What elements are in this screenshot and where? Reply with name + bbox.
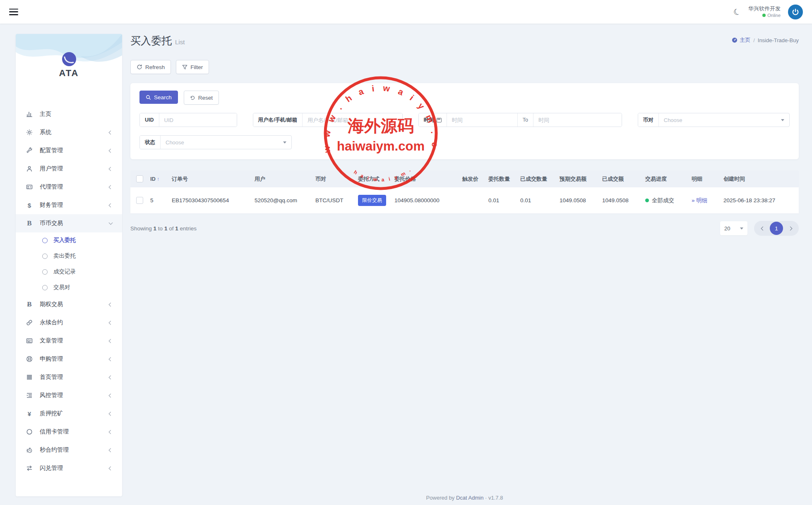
- sidebar-item-home[interactable]: 主页: [16, 105, 122, 123]
- select-all-checkbox[interactable]: [136, 175, 143, 182]
- header-id[interactable]: ID↑: [149, 176, 170, 182]
- dark-mode-toggle-icon[interactable]: ☾: [732, 7, 742, 17]
- calendar-icon: [437, 118, 442, 122]
- circle-bullet-icon: [42, 238, 48, 243]
- time-from-input[interactable]: [447, 113, 517, 127]
- sidebar-item-articles[interactable]: 文章管理: [16, 332, 122, 350]
- bold-b-icon: B: [26, 220, 33, 227]
- refresh-button[interactable]: Refresh: [130, 60, 171, 74]
- reset-button[interactable]: Reset: [184, 91, 219, 105]
- gear-icon: [26, 129, 33, 136]
- uid-filter-group: UID: [139, 113, 237, 127]
- pagination: 1: [754, 221, 799, 236]
- main-content: 买入委托 List 主页 / Inside-Trade-Buy Refresh …: [130, 34, 799, 236]
- cell-expected-total: 1049.0508: [558, 197, 601, 203]
- user-name: 华兴软件开发: [748, 5, 781, 12]
- sidebar-item-subscription[interactable]: 申购管理: [16, 350, 122, 368]
- sidebar-item-trade-pairs[interactable]: 交易对: [16, 280, 122, 295]
- chevron-left-icon: [109, 302, 113, 306]
- next-page-button[interactable]: [784, 222, 796, 235]
- wrench-icon: [26, 147, 33, 154]
- sidebar-item-buy-orders[interactable]: 买入委托: [16, 232, 122, 248]
- sidebar-item-finance[interactable]: $ 财务管理: [16, 196, 122, 214]
- sidebar-item-options-trade[interactable]: Ƀ 期权交易: [16, 295, 122, 314]
- uid-input[interactable]: [159, 113, 237, 127]
- caret-down-icon: [781, 119, 784, 121]
- method-badge: 限价交易: [358, 195, 386, 206]
- circle-bullet-icon: [42, 254, 48, 259]
- sidebar-item-sell-orders[interactable]: 卖出委托: [16, 248, 122, 264]
- power-icon: [791, 8, 800, 16]
- user-filter-input[interactable]: [303, 113, 402, 127]
- sidebar-item-users[interactable]: 用户管理: [16, 160, 122, 178]
- top-navbar: ☾ 华兴软件开发 Online: [0, 0, 812, 24]
- chart-bar-icon: [26, 110, 33, 118]
- row-checkbox[interactable]: [136, 197, 143, 204]
- prev-page-button[interactable]: [757, 222, 769, 235]
- to-label: To: [517, 113, 533, 127]
- page-footer: Powered by Dcat Admin · v1.7.8: [130, 495, 799, 501]
- dashboard-icon: [732, 37, 738, 43]
- chevron-left-icon: [761, 226, 765, 230]
- cell-amount: 0.01: [487, 197, 519, 203]
- breadcrumb-home-link[interactable]: 主页: [732, 36, 750, 44]
- orders-table: ID↑ 订单号 用户 币对 委托方式 委托价格 触发价 委托数量 已成交数量 预…: [130, 170, 799, 213]
- chevron-left-icon: [109, 430, 113, 434]
- chevron-down-icon: [109, 220, 113, 225]
- status-select[interactable]: Choose: [161, 136, 291, 149]
- circle-icon: [26, 428, 33, 436]
- search-icon: [146, 95, 151, 100]
- header-method: 委托方式: [356, 175, 393, 183]
- cell-order-no: EB1750304307500654: [170, 197, 253, 203]
- life-ring-icon: [26, 355, 33, 363]
- time-label: 时间: [419, 113, 447, 127]
- user-info[interactable]: 华兴软件开发 Online: [748, 5, 781, 18]
- logo-icon: [61, 51, 77, 67]
- filter-button[interactable]: Filter: [176, 60, 209, 74]
- link-icon: [26, 319, 33, 326]
- pair-select[interactable]: Choose: [659, 113, 789, 127]
- chevron-left-icon: [109, 375, 113, 379]
- cell-created-at: 2025-06-18 23:38:27: [722, 197, 791, 203]
- hamburger-menu-icon[interactable]: [9, 9, 18, 15]
- page-number-button[interactable]: 1: [770, 222, 783, 235]
- chevron-left-icon: [109, 203, 113, 207]
- time-to-input[interactable]: [533, 113, 622, 127]
- status-filter-group: 状态 Choose: [139, 135, 292, 149]
- sidebar-item-agents[interactable]: 代理管理: [16, 178, 122, 196]
- sidebar-item-flash-swap[interactable]: 闪兑管理: [16, 459, 122, 477]
- id-card-icon: [26, 183, 33, 191]
- sidebar-item-homepage[interactable]: 首页管理: [16, 368, 122, 386]
- chevron-left-icon: [109, 130, 113, 134]
- sidebar-item-trade-records[interactable]: 成交记录: [16, 264, 122, 280]
- success-dot-icon: [645, 199, 649, 202]
- page-size-select[interactable]: 20: [720, 221, 747, 235]
- sidebar-item-config[interactable]: 配置管理: [16, 141, 122, 160]
- indent-icon: [26, 392, 33, 399]
- cell-user: 520520@qq.com: [253, 197, 314, 203]
- sidebar-item-system[interactable]: 系统: [16, 123, 122, 141]
- table-row: 5 EB1750304307500654 520520@qq.com BTC/U…: [130, 187, 799, 213]
- sidebar-item-credit-card[interactable]: 信用卡管理: [16, 423, 122, 441]
- sidebar-item-spot-trade[interactable]: B 币币交易: [16, 214, 122, 232]
- sort-asc-icon[interactable]: ↑: [157, 176, 159, 182]
- sidebar-menu: 主页 系统 配置管理 用户管理: [16, 96, 122, 477]
- sidebar-item-risk-control[interactable]: 风控管理: [16, 386, 122, 404]
- sidebar-item-perpetual[interactable]: 永续合约: [16, 314, 122, 332]
- sidebar-item-second-contract[interactable]: 秒合约管理: [16, 441, 122, 459]
- chevron-left-icon: [109, 321, 113, 325]
- user-filter-group: 用户名/手机/邮箱: [253, 113, 403, 127]
- time-range-filter-group: 时间 To: [418, 113, 622, 127]
- breadcrumb: 主页 / Inside-Trade-Buy: [732, 36, 799, 44]
- circle-bullet-icon: [42, 269, 48, 275]
- search-button[interactable]: Search: [139, 91, 178, 104]
- bitcoin-icon: Ƀ: [26, 301, 33, 308]
- sidebar-item-staking[interactable]: ¥ 质押挖矿: [16, 404, 122, 423]
- funnel-icon: [182, 65, 187, 70]
- entries-summary: Showing 1 to 1 of 1 entries: [130, 225, 197, 232]
- detail-link[interactable]: » 明细: [692, 197, 707, 203]
- dcat-admin-link[interactable]: Dcat Admin: [456, 495, 483, 501]
- avatar[interactable]: [788, 5, 803, 19]
- sidebar: ATA 主页 系统 配置管理: [16, 34, 122, 496]
- header-progress: 交易进度: [644, 175, 690, 183]
